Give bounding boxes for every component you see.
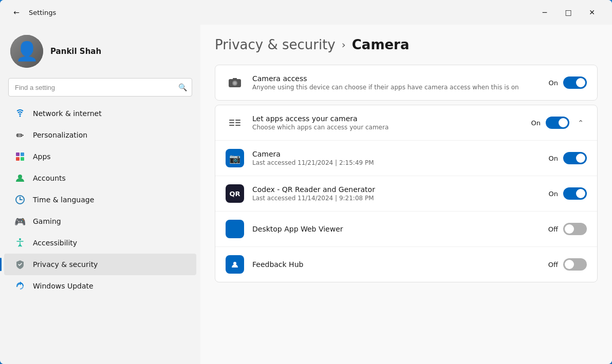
svg-rect-18 [235,120,240,121]
sidebar-item-privacy[interactable]: Privacy & security [4,254,196,275]
svg-point-5 [18,175,22,179]
codex-app-icon: QR [226,184,244,203]
sidebar-item-privacy-label: Privacy & security [33,260,98,269]
feedback-state: Off [548,261,558,269]
let-apps-icon [226,113,244,132]
sidebar-item-network-label: Network & internet [33,109,102,118]
sidebar-item-network[interactable]: Network & internet [4,103,196,124]
feedback-toggle-group: Off [548,258,587,271]
desktop-viewer-app-title: Desktop App Web Viewer [252,225,540,233]
main-panel: Privacy & security › Camera [200,25,612,364]
back-button[interactable]: ← [8,4,25,21]
app-row-codex: QR Codex - QR Reader and Generator Last … [215,176,597,212]
let-apps-toggle-group: On ⌃ [531,117,587,129]
svg-rect-15 [229,120,234,121]
svg-rect-20 [235,125,240,126]
app-row-desktop-viewer: Desktop App Web Viewer Off [215,212,597,247]
desktop-viewer-toggle[interactable] [563,223,587,235]
svg-rect-1 [16,152,20,156]
svg-point-9 [20,199,21,200]
sidebar-item-accounts[interactable]: Accounts [4,167,196,189]
time-icon [14,194,26,205]
camera-access-subtitle: Anyone using this device can choose if t… [252,84,541,91]
sidebar-item-update-label: Windows Update [33,282,94,290]
camera-app-toggle-group: On [549,152,587,164]
network-icon [14,108,26,119]
sidebar-item-personalization[interactable]: ✏️ Personalization [4,124,196,146]
sidebar-item-gaming[interactable]: 🎮 Gaming [4,210,196,232]
camera-app-icon: 📷 [226,149,244,167]
camera-access-icon [226,73,244,92]
camera-app-text: Camera Last accessed 11/21/2024 | 2:15:4… [252,150,541,166]
let-apps-card: Let apps access your camera Choose which… [215,105,598,282]
search-input[interactable] [8,78,192,97]
sidebar-item-apps[interactable]: Apps [4,146,196,167]
camera-access-title: Camera access [252,74,541,83]
camera-access-card: Camera access Anyone using this device c… [215,65,598,101]
avatar [10,35,43,68]
let-apps-state: On [531,119,541,127]
sidebar-item-accessibility[interactable]: Accessibility [4,232,196,254]
let-apps-text: Let apps access your camera Choose which… [252,114,523,131]
search-icon: 🔍 [178,83,187,91]
titlebar: ← Settings ─ □ ✕ [0,0,612,25]
svg-rect-14 [233,78,237,80]
sidebar-item-accessibility-label: Accessibility [33,239,77,247]
sidebar-item-update[interactable]: Windows Update [4,275,196,297]
sidebar-item-accounts-label: Accounts [33,174,66,182]
update-icon [14,280,26,292]
breadcrumb: Privacy & security › Camera [215,37,598,52]
camera-access-toggle-thumb [576,78,585,87]
desktop-viewer-toggle-group: Off [548,223,587,235]
minimize-button[interactable]: ─ [533,4,557,21]
accounts-icon [14,173,26,184]
codex-app-text: Codex - QR Reader and Generator Last acc… [252,185,541,202]
let-apps-toggle[interactable] [546,117,569,129]
camera-app-toggle[interactable] [563,152,587,164]
let-apps-title: Let apps access your camera [252,114,523,123]
desktop-viewer-app-text: Desktop App Web Viewer [252,225,540,233]
feedback-app-title: Feedback Hub [252,260,540,269]
app-row-feedback: Feedback Hub Off [215,247,597,282]
codex-app-toggle-group: On [549,187,587,200]
camera-app-toggle-thumb [576,154,585,163]
camera-access-toggle-group: On [549,76,587,89]
svg-rect-17 [229,125,234,126]
let-apps-row: Let apps access your camera Choose which… [215,105,597,141]
svg-rect-19 [235,122,240,123]
close-button[interactable]: ✕ [580,4,604,21]
avatar-image [10,35,43,68]
sidebar-item-time-label: Time & language [33,196,94,204]
camera-access-toggle[interactable] [563,76,587,89]
app-row-camera: 📷 Camera Last accessed 11/21/2024 | 2:15… [215,141,597,176]
svg-rect-2 [21,152,24,156]
codex-app-title: Codex - QR Reader and Generator [252,185,541,194]
gaming-icon: 🎮 [14,216,26,227]
user-section: Pankil Shah [0,29,200,78]
codex-app-toggle[interactable] [563,187,587,200]
user-name: Pankil Shah [50,47,101,56]
apps-icon [14,151,26,162]
feedback-toggle[interactable] [563,258,587,271]
window-title: Settings [29,9,56,16]
let-apps-subtitle: Choose which apps can access your camera [252,124,523,131]
svg-rect-3 [16,157,20,161]
let-apps-toggle-thumb [559,118,568,127]
let-apps-chevron[interactable]: ⌃ [574,117,587,129]
feedback-app-text: Feedback Hub [252,260,540,269]
breadcrumb-separator: › [342,39,346,51]
sidebar-item-personalization-label: Personalization [33,131,87,139]
personalization-icon: ✏️ [14,129,26,141]
svg-point-0 [20,116,21,117]
camera-app-title: Camera [252,150,541,158]
accessibility-icon [14,237,26,248]
desktop-viewer-toggle-thumb [565,224,574,234]
maximize-button[interactable]: □ [557,4,580,21]
settings-window: ← Settings ─ □ ✕ Pankil Shah 🔍 [0,0,612,364]
sidebar: Pankil Shah 🔍 Network & internet [0,25,200,364]
codex-app-subtitle: Last accessed 11/14/2024 | 9:21:08 PM [252,195,541,202]
sidebar-item-time[interactable]: Time & language [4,189,196,210]
camera-access-state: On [549,79,558,87]
breadcrumb-current: Camera [352,37,410,52]
privacy-icon [14,259,26,270]
